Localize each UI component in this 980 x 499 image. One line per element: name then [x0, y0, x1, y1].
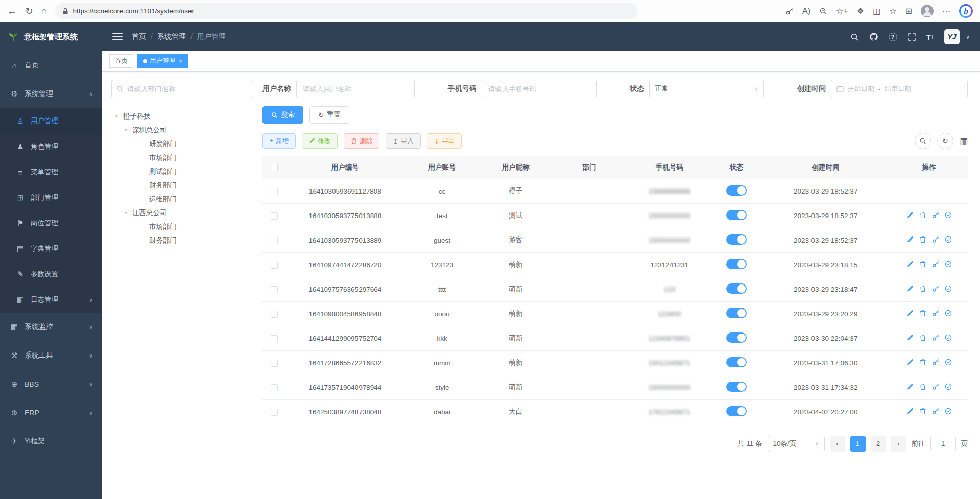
tree-node[interactable]: ▾ 深圳总公司 — [111, 123, 253, 137]
delete-icon[interactable] — [919, 260, 926, 268]
reset-password-icon[interactable] — [932, 285, 939, 292]
edit-icon[interactable] — [906, 260, 914, 268]
browser-home-icon[interactable]: ⌂ — [41, 6, 47, 16]
breadcrumb-item[interactable]: 系统管理 — [157, 32, 197, 41]
reset-password-icon[interactable] — [932, 359, 939, 366]
status-toggle[interactable] — [726, 382, 747, 392]
sidebar-item-depts[interactable]: ⊞ 部门管理 — [0, 185, 102, 210]
sidebar-item-posts[interactable]: ⚑ 岗位管理 — [0, 210, 102, 236]
page-size-select[interactable]: 10条/页 ∨ — [768, 436, 825, 452]
reset-button[interactable]: ↻ 重置 — [309, 106, 349, 124]
delete-icon[interactable] — [919, 285, 926, 292]
status-toggle[interactable] — [726, 406, 747, 416]
assign-role-icon[interactable] — [945, 211, 952, 219]
reset-password-icon[interactable] — [932, 236, 939, 243]
reset-password-icon[interactable] — [932, 211, 939, 219]
tree-node[interactable]: ▾ 橙子科技 — [111, 109, 253, 123]
add-button[interactable]: + 新增 — [262, 133, 296, 149]
reset-password-icon[interactable] — [932, 310, 939, 317]
tab-close-icon[interactable]: × — [179, 58, 182, 65]
delete-icon[interactable] — [919, 383, 926, 390]
zoom-out-icon[interactable] — [819, 7, 827, 15]
github-icon[interactable] — [869, 32, 878, 41]
sidebar-item-yi[interactable]: ✈ Yi框架 — [0, 427, 102, 456]
assign-role-icon[interactable] — [945, 236, 952, 243]
phone-input[interactable] — [482, 80, 597, 98]
assign-role-icon[interactable] — [945, 359, 952, 366]
reset-password-icon[interactable] — [932, 408, 939, 415]
favorites-bar-icon[interactable]: ☆ — [889, 7, 896, 15]
sidebar-item-tools[interactable]: ⚒ 系统工具 ∨ — [0, 341, 102, 370]
dept-search-input[interactable] — [111, 80, 253, 98]
tab-user-management[interactable]: 用户管理 × — [137, 54, 188, 68]
reset-password-icon[interactable] — [932, 260, 939, 268]
date-range-picker[interactable]: 开始日期 - 结束日期 — [831, 80, 968, 98]
collections-icon[interactable]: ⊞ — [905, 7, 912, 15]
page-button[interactable]: 1 — [850, 436, 866, 452]
status-toggle[interactable] — [726, 234, 747, 245]
assign-role-icon[interactable] — [945, 310, 952, 317]
sidebar-item-menus[interactable]: ≡ 菜单管理 — [0, 159, 102, 185]
next-page-button[interactable]: › — [891, 436, 906, 452]
assign-role-icon[interactable] — [945, 408, 952, 415]
status-select[interactable]: 正常 ∨ — [649, 80, 764, 98]
delete-icon[interactable] — [919, 236, 926, 243]
key-icon[interactable] — [785, 7, 794, 15]
refresh-icon[interactable]: ↻ — [25, 6, 33, 16]
edit-icon[interactable] — [906, 334, 914, 341]
select-all-checkbox[interactable] — [271, 164, 278, 171]
delete-icon[interactable] — [919, 211, 926, 219]
status-toggle[interactable] — [726, 210, 747, 220]
edit-icon[interactable] — [906, 285, 914, 292]
table-refresh-button[interactable]: ↻ — [937, 133, 953, 149]
row-checkbox[interactable] — [271, 286, 278, 293]
sidebar-toggle-icon[interactable] — [112, 33, 123, 40]
breadcrumb-item[interactable]: 首页 — [132, 32, 157, 41]
edit-icon[interactable] — [906, 359, 914, 366]
status-toggle[interactable] — [726, 308, 747, 318]
tree-node[interactable]: 财务部门 — [111, 178, 253, 192]
add-favorites-icon[interactable]: ☆+ — [836, 7, 848, 15]
assign-role-icon[interactable] — [945, 260, 952, 268]
assign-role-icon[interactable] — [945, 285, 952, 292]
sidebar-item-logs[interactable]: ▥ 日志管理 ∨ — [0, 287, 102, 313]
page-button[interactable]: 2 — [871, 436, 886, 452]
edit-icon[interactable] — [906, 408, 914, 415]
search-icon[interactable] — [850, 33, 859, 41]
tree-node[interactable]: 测试部门 — [111, 164, 253, 178]
reset-password-icon[interactable] — [932, 383, 939, 390]
delete-icon[interactable] — [919, 310, 926, 317]
delete-button[interactable]: 删除 — [344, 133, 379, 149]
edit-icon[interactable] — [906, 383, 914, 390]
search-button[interactable]: 搜索 — [262, 106, 303, 124]
delete-icon[interactable] — [919, 359, 926, 366]
sidebar-item-roles[interactable]: ♟ 角色管理 — [0, 134, 102, 159]
help-icon[interactable]: ? — [889, 33, 897, 41]
row-checkbox[interactable] — [271, 237, 278, 244]
status-toggle[interactable] — [726, 259, 747, 269]
sidebar-item-users[interactable]: ♙ 用户管理 — [0, 108, 102, 134]
reset-password-icon[interactable] — [932, 334, 939, 341]
status-toggle[interactable] — [726, 332, 747, 343]
status-toggle[interactable] — [726, 185, 747, 196]
app-logo[interactable]: 意框架管理系统 — [0, 22, 102, 51]
delete-icon[interactable] — [919, 334, 926, 341]
row-checkbox[interactable] — [271, 311, 278, 318]
assign-role-icon[interactable] — [945, 383, 952, 390]
row-checkbox[interactable] — [271, 335, 278, 342]
prev-page-button[interactable]: ‹ — [830, 436, 845, 452]
status-toggle[interactable] — [726, 283, 747, 294]
row-checkbox[interactable] — [271, 360, 278, 367]
more-icon[interactable]: ⋯ — [942, 7, 950, 15]
sidebar-item-system[interactable]: ⚙ 系统管理 ∧ — [0, 80, 102, 108]
sidebar-item-home[interactable]: ⌂ 首页 — [0, 51, 102, 80]
row-checkbox[interactable] — [271, 188, 278, 195]
sidebar-item-dicts[interactable]: ▤ 字典管理 — [0, 236, 102, 262]
row-checkbox[interactable] — [271, 262, 278, 269]
tree-node[interactable]: 财务部门 — [111, 233, 253, 247]
username-input[interactable] — [296, 80, 415, 98]
read-aloud-icon[interactable]: A) — [802, 7, 810, 15]
address-bar[interactable]: https://ccnetcore.com:1101/system/user — [55, 3, 637, 19]
import-button[interactable]: ↥ 导入 — [386, 133, 420, 149]
table-search-button[interactable] — [915, 133, 931, 149]
